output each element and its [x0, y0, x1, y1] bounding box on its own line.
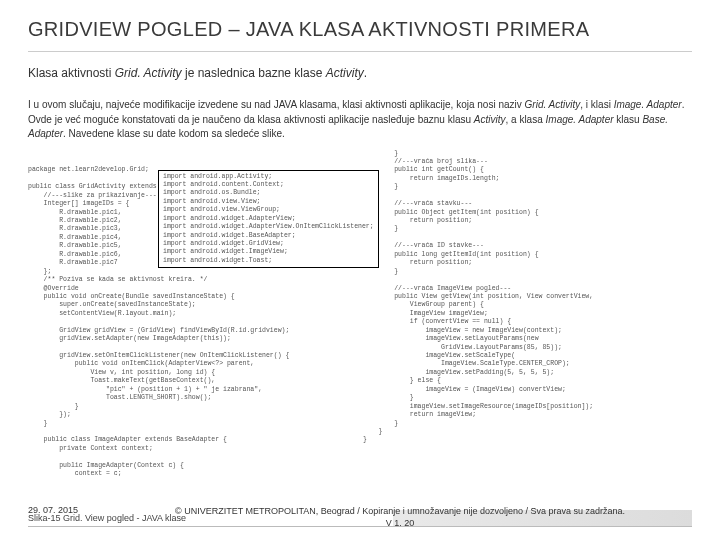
- footer-copyright: © UNIVERZITET METROPOLITAN, Beograd / Ko…: [108, 505, 692, 530]
- subtitle-mid: je naslednica bazne klase: [182, 66, 326, 80]
- subtitle-italic-2: Activity: [326, 66, 364, 80]
- subtitle-text: Klasa aktivnosti: [28, 66, 115, 80]
- footer: 29. 07. 2015 © UNIVERZITET METROPOLITAN,…: [28, 505, 692, 530]
- para-it1: Grid. Activity: [525, 99, 581, 110]
- para-it4: Image. Adapter: [546, 114, 614, 125]
- para-end: . Navedene klase su date kodom sa sledeć…: [63, 128, 285, 139]
- imports-box: import android.app.Activity; import andr…: [158, 170, 379, 269]
- para-mid3: , a klasa: [506, 114, 546, 125]
- footer-line1: © UNIVERZITET METROPOLITAN, Beograd / Ko…: [175, 506, 625, 516]
- code-screenshot: package net.learn2develop.Grid; public c…: [28, 150, 692, 504]
- footer-line2: V 1. 20: [386, 518, 415, 528]
- para-it2: Image. Adapter: [614, 99, 682, 110]
- subtitle-italic-1: Grid. Activity: [115, 66, 182, 80]
- para-mid1: , i klasi: [580, 99, 613, 110]
- page-title: GRIDVIEW POGLED – JAVA KLASA AKTIVNOSTI …: [28, 18, 692, 41]
- para-mid4: klasu: [614, 114, 643, 125]
- footer-date: 29. 07. 2015: [28, 505, 108, 515]
- para-pre: I u ovom slučaju, najveće modifikacije i…: [28, 99, 525, 110]
- code-left-column: package net.learn2develop.Grid; public c…: [28, 150, 357, 504]
- subtitle: Klasa aktivnosti Grid. Activity je nasle…: [28, 66, 692, 80]
- code-right-column: } //---vraća broj slika--- public int ge…: [363, 150, 692, 504]
- subtitle-end: .: [364, 66, 367, 80]
- divider: [28, 51, 692, 52]
- para-it3: Activity: [474, 114, 506, 125]
- body-paragraph: I u ovom slučaju, najveće modifikacije i…: [28, 98, 692, 142]
